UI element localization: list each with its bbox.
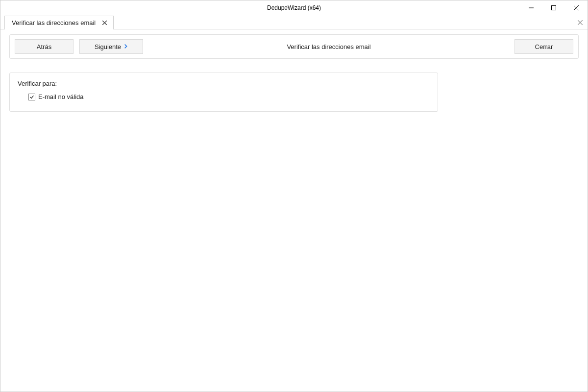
group-title: Verificar para: [18, 80, 430, 87]
back-button[interactable]: Atrás [15, 39, 74, 54]
tabstrip-close-button[interactable] [578, 18, 583, 27]
close-icon [574, 5, 579, 10]
toolbar-panel: Atrás Siguiente Verificar las direccione… [9, 34, 579, 59]
titlebar: DedupeWizard (x64) [0, 0, 588, 15]
window-title: DedupeWizard (x64) [267, 4, 321, 11]
back-button-label: Atrás [37, 43, 51, 50]
maximize-icon [551, 5, 556, 10]
minimize-icon [529, 5, 534, 10]
svg-rect-1 [552, 6, 556, 10]
close-button[interactable]: Cerrar [514, 39, 573, 54]
minimize-button[interactable] [520, 0, 542, 15]
checkmark-icon [29, 95, 34, 99]
close-icon [102, 21, 107, 25]
checkbox-label: E-mail no válida [38, 93, 84, 100]
tabstrip: Verificar las direcciones email [0, 15, 588, 29]
next-button-label: Siguiente [95, 43, 121, 50]
tab-label: Verificar las direcciones email [12, 19, 96, 26]
content-area: Atrás Siguiente Verificar las direccione… [0, 29, 588, 117]
checkbox-row-invalid-email: E-mail no válida [28, 93, 430, 100]
chevron-right-icon [124, 43, 128, 50]
close-icon [578, 20, 583, 25]
page-title: Verificar las direcciones email [143, 43, 514, 50]
window-close-button[interactable] [565, 0, 588, 15]
maximize-button[interactable] [542, 0, 565, 15]
checkbox-invalid-email[interactable] [28, 94, 35, 100]
next-button[interactable]: Siguiente [79, 39, 143, 54]
window-controls [520, 0, 588, 15]
verify-group-panel: Verificar para: E-mail no válida [9, 73, 438, 112]
tab-verify-email[interactable]: Verificar las direcciones email [4, 16, 114, 29]
tab-close-button[interactable] [100, 19, 108, 27]
close-button-label: Cerrar [535, 43, 553, 50]
